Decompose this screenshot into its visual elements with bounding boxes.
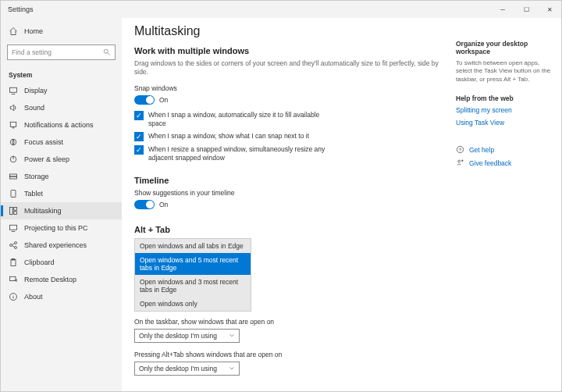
svg-text:?: ?: [459, 148, 461, 152]
shared-icon: [9, 241, 18, 250]
nav-notifications[interactable]: Notifications & actions: [1, 116, 122, 134]
timeline-label: Show suggestions in your timeline: [134, 189, 443, 197]
nav-display[interactable]: Display: [1, 82, 122, 99]
svg-point-5: [10, 139, 16, 145]
home-icon: [9, 27, 18, 36]
section-description: Drag windows to the sides or corners of …: [134, 59, 443, 77]
page-title: Multitasking: [134, 24, 443, 38]
chevron-down-icon: [229, 365, 235, 372]
svg-rect-4: [10, 122, 16, 127]
clipboard-icon: [9, 258, 18, 267]
window-controls: ─ ☐ ✕: [491, 1, 561, 18]
svg-rect-12: [10, 208, 13, 215]
svg-line-1: [108, 53, 110, 55]
nav-tablet[interactable]: Tablet: [1, 185, 122, 202]
rp-web-title: Help from the web: [456, 94, 552, 102]
nav-multitasking[interactable]: Multitasking: [1, 202, 122, 219]
svg-point-16: [10, 244, 12, 247]
window-title: Settings: [8, 5, 34, 13]
svg-rect-14: [14, 212, 17, 215]
chevron-down-icon: [229, 333, 235, 339]
projecting-icon: [9, 223, 18, 233]
rp-feedback[interactable]: Give feedback: [456, 159, 552, 167]
nav-shared[interactable]: Shared experiences: [1, 237, 122, 254]
home-button[interactable]: Home: [1, 23, 122, 40]
snap-checkbox-2[interactable]: [134, 132, 144, 141]
taskbar-select[interactable]: Only the desktop I'm using: [134, 329, 240, 343]
svg-rect-8: [10, 174, 17, 176]
svg-rect-21: [11, 259, 16, 265]
notification-icon: [9, 120, 18, 130]
search-input[interactable]: Find a setting: [7, 45, 116, 60]
svg-line-19: [12, 244, 15, 245]
about-icon: [9, 292, 18, 301]
sound-icon: [9, 103, 18, 112]
nav-about[interactable]: About: [1, 288, 122, 305]
dropdown-option[interactable]: Open windows only: [135, 297, 251, 311]
rp-link-taskview[interactable]: Using Task View: [456, 119, 552, 127]
nav-remote[interactable]: Remote Desktop: [1, 271, 122, 288]
section-timeline: Timeline: [134, 176, 443, 185]
nav-projecting[interactable]: Projecting to this PC: [1, 219, 122, 237]
svg-point-18: [15, 247, 17, 249]
nav-storage[interactable]: Storage: [1, 168, 122, 185]
taskbar-label: On the taskbar, show windows that are op…: [134, 318, 443, 326]
section-label: System: [1, 65, 122, 82]
multitasking-icon: [9, 206, 18, 216]
feedback-icon: [456, 159, 464, 167]
remote-icon: [9, 275, 18, 284]
power-icon: [9, 155, 18, 164]
focus-icon: [9, 137, 18, 147]
nav-power[interactable]: Power & sleep: [1, 151, 122, 168]
dropdown-option[interactable]: Open windows and all tabs in Edge: [135, 239, 251, 253]
svg-point-11: [13, 196, 14, 197]
sidebar: Home Find a setting System Display Sound…: [1, 18, 122, 392]
svg-rect-13: [14, 208, 17, 211]
dropdown-option-selected[interactable]: Open windows and 5 most recent tabs in E…: [135, 253, 251, 275]
snap-label: Snap windows: [134, 84, 443, 92]
snap-checkbox-1[interactable]: [134, 111, 144, 120]
titlebar: Settings: [1, 1, 561, 18]
toggle-state: On: [159, 96, 168, 104]
rp-organize-text: To switch between open apps, select the …: [456, 59, 552, 84]
nav-clipboard[interactable]: Clipboard: [1, 254, 122, 271]
alttab2-select[interactable]: Only the desktop I'm using: [134, 362, 240, 376]
rp-get-help[interactable]: ?Get help: [456, 145, 552, 154]
svg-point-17: [15, 242, 17, 244]
tablet-icon: [9, 189, 18, 198]
search-icon: [103, 48, 111, 56]
right-pane: Organize your desktop workspace To switc…: [456, 18, 561, 392]
svg-line-20: [12, 246, 15, 248]
close-button[interactable]: ✕: [538, 1, 561, 18]
section-work-windows: Work with multiple windows: [134, 46, 443, 55]
snap-checkbox-3[interactable]: [134, 145, 144, 155]
nav-focus[interactable]: Focus assist: [1, 134, 122, 151]
alttab-dropdown-open[interactable]: Open windows and all tabs in Edge Open w…: [134, 238, 251, 312]
svg-rect-2: [10, 87, 17, 92]
alttab2-label: Pressing Alt+Tab shows windows that are …: [134, 351, 443, 358]
timeline-toggle[interactable]: [134, 200, 155, 209]
svg-point-29: [458, 160, 461, 162]
svg-rect-15: [10, 225, 17, 230]
help-icon: ?: [456, 145, 464, 154]
maximize-button[interactable]: ☐: [514, 1, 538, 18]
minimize-button[interactable]: ─: [491, 1, 514, 18]
storage-icon: [9, 172, 18, 181]
rp-link-splitting[interactable]: Splitting my screen: [456, 106, 552, 114]
content-area: Multitasking Work with multiple windows …: [122, 18, 456, 392]
snap-toggle[interactable]: [134, 95, 155, 105]
dropdown-option[interactable]: Open windows and 3 most recent tabs in E…: [135, 275, 251, 297]
svg-point-0: [104, 49, 108, 53]
rp-organize-title: Organize your desktop workspace: [456, 40, 552, 55]
nav-sound[interactable]: Sound: [1, 99, 122, 116]
display-icon: [9, 86, 18, 95]
section-alttab: Alt + Tab: [134, 225, 443, 234]
svg-rect-9: [10, 176, 17, 179]
